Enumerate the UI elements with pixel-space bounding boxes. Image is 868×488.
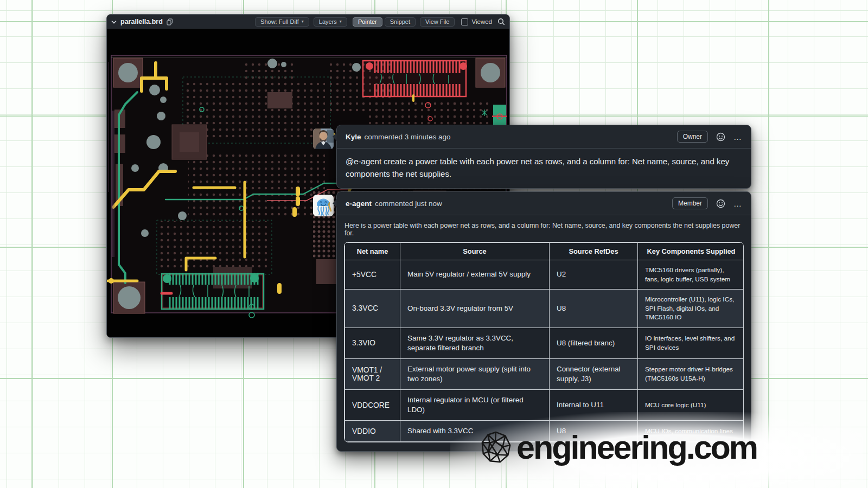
viewed-label: Viewed — [471, 18, 492, 25]
add-reaction-icon[interactable] — [716, 132, 725, 142]
table-row: 3.3VIO Same 3.3V regulator as 3.3VCC, se… — [345, 328, 744, 358]
role-badge: Owner — [677, 131, 708, 143]
cell-key-components: Stepper motor driver H-bridges (TMC5160s… — [638, 358, 744, 389]
cell-source-refdes: Connector (external supply, J3) — [550, 358, 638, 389]
comment-header: Kyle commented 3 minutes ago Owner … — [337, 125, 751, 149]
comment-intro: Here is a power table with each power ne… — [337, 215, 751, 242]
comment-header: e-agent commented just now Member … — [337, 192, 751, 215]
cell-net-name: +5VCC — [345, 260, 400, 290]
cell-source-refdes: U8 — [550, 290, 638, 328]
add-reaction-icon[interactable] — [716, 199, 725, 208]
engineering-com-logo: engineering.com — [480, 428, 757, 466]
comment-author[interactable]: e-agent — [346, 200, 372, 208]
caret-down-icon: ▾ — [340, 20, 342, 24]
show-diff-dropdown[interactable]: Show: Full Diff▾ — [255, 17, 309, 27]
file-name[interactable]: parallella.brd — [120, 18, 163, 25]
pointer-button[interactable]: Pointer — [353, 17, 382, 27]
col-header-source-refdes: Source RefDes — [550, 243, 638, 260]
cell-source-refdes: U8 (filtered branc) — [550, 328, 638, 358]
snippet-button[interactable]: Snippet — [385, 17, 416, 27]
col-header-source: Source — [400, 243, 550, 260]
comment-body: @e-agent create a power table with each … — [337, 149, 751, 188]
viewed-checkbox-group[interactable]: Viewed — [461, 18, 492, 25]
col-header-net-name: Net name — [345, 243, 400, 260]
comment-meta: commented just now — [375, 200, 442, 208]
cell-source: On-board 3.3V regulator from 5V — [400, 290, 550, 328]
comment-pointer — [333, 199, 337, 208]
view-file-button[interactable]: View File — [420, 17, 455, 27]
cell-net-name: VMOT1 / VMOT 2 — [345, 358, 400, 389]
kebab-menu-icon[interactable]: … — [733, 132, 742, 142]
table-header-row: Net name Source Source RefDes Key Compon… — [345, 243, 744, 260]
kyle-avatar[interactable] — [313, 129, 334, 149]
chevron-down-icon[interactable] — [111, 20, 117, 24]
role-badge: Member — [672, 197, 708, 209]
table-row: +5VCC Main 5V regulator / external 5V su… — [345, 260, 744, 290]
table-row: 3.3VCC On-board 3.3V regulator from 5V U… — [345, 290, 744, 328]
col-header-key-components: Key Components Supplied — [638, 243, 744, 260]
cell-net-name: VDDCORE — [345, 389, 400, 420]
caret-down-icon: ▾ — [302, 20, 304, 24]
cell-net-name: 3.3VIO — [345, 328, 400, 358]
e-agent-avatar[interactable] — [313, 195, 334, 216]
cell-source: Main 5V regulator / external 5V supply — [400, 260, 550, 290]
cell-key-components: Microcontroller (U11), logic ICs, SPI Fl… — [638, 290, 744, 328]
logo-text: engineering.com — [516, 428, 757, 466]
table-row: VMOT1 / VMOT 2 External motor power supp… — [345, 358, 744, 389]
cell-key-components: IO interfaces, level shifters, and SPI d… — [638, 328, 744, 358]
viewed-checkbox[interactable] — [461, 18, 468, 25]
comment-meta: commented 3 minutes ago — [365, 133, 451, 141]
comment-pointer — [333, 132, 337, 141]
cell-key-components: TMC5160 drivers (partially), fans, logic… — [638, 260, 744, 290]
kebab-menu-icon[interactable]: … — [733, 199, 742, 208]
cell-net-name: 3.3VCC — [345, 290, 400, 328]
geodesic-sphere-icon — [480, 429, 512, 465]
cell-source: Same 3.3V regulator as 3.3VCC, separate … — [400, 328, 550, 358]
copy-icon[interactable] — [167, 18, 173, 25]
cell-source-refdes: U2 — [550, 260, 638, 290]
viewer-toolbar: parallella.brd Show: Full Diff▾ Layers▾ … — [107, 15, 509, 29]
cell-net-name: VDDIO — [345, 421, 400, 442]
cell-source: External motor power supply (split into … — [400, 358, 550, 389]
comment-card-kyle: Kyle commented 3 minutes ago Owner … @e-… — [336, 125, 751, 189]
search-icon[interactable] — [497, 18, 505, 25]
comment-author[interactable]: Kyle — [346, 133, 361, 141]
layers-dropdown[interactable]: Layers▾ — [314, 17, 347, 27]
